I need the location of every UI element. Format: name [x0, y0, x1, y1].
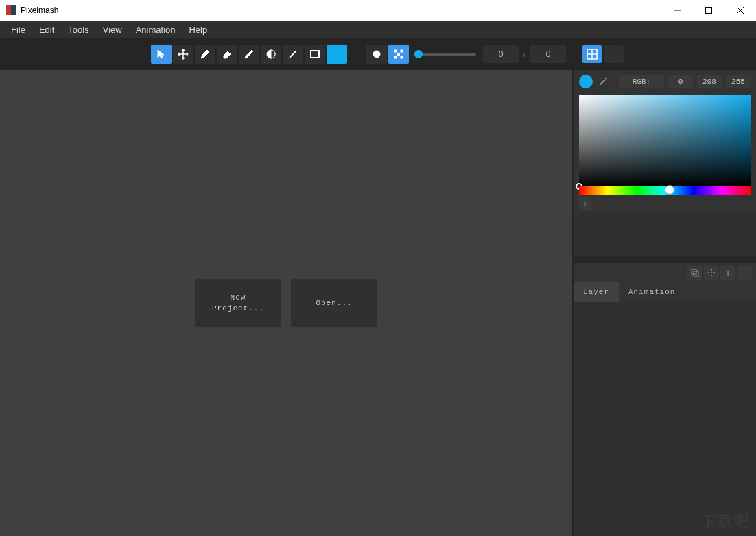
menu-file[interactable]: File: [4, 22, 32, 38]
add-swatch-button[interactable]: +: [579, 197, 591, 210]
tool-line[interactable]: [283, 45, 303, 64]
remove-layer-button[interactable]: −: [737, 266, 752, 280]
menubar: File Edit Tools View Animation Help: [0, 21, 756, 38]
svg-rect-10: [394, 50, 397, 52]
new-project-button[interactable]: New Project...: [195, 279, 281, 327]
tool-brush[interactable]: [195, 45, 215, 64]
height-input[interactable]: 0: [530, 45, 566, 63]
rgb-r-input[interactable]: 0: [668, 75, 693, 88]
layer-toolbar: + −: [574, 263, 756, 282]
swatch-row: +: [579, 197, 751, 210]
window-maximize-button[interactable]: [693, 0, 724, 21]
svg-rect-3: [706, 8, 712, 14]
app-title: Pixelmash: [21, 5, 58, 15]
add-layer-button[interactable]: +: [720, 266, 735, 280]
width-input[interactable]: 0: [483, 45, 519, 63]
svg-rect-11: [401, 50, 403, 52]
panel-tabs: Layer Animation: [574, 282, 756, 302]
svg-rect-8: [311, 51, 319, 58]
shape-circle[interactable]: [366, 45, 387, 64]
svg-rect-0: [6, 5, 11, 15]
dimension-separator: x: [523, 51, 526, 58]
current-color-indicator[interactable]: [579, 75, 593, 88]
window-close-button[interactable]: [724, 0, 756, 21]
tool-contrast[interactable]: [261, 45, 281, 64]
rgb-g-input[interactable]: 208: [697, 75, 722, 88]
eyedropper-icon[interactable]: [597, 75, 609, 88]
svg-point-9: [373, 51, 380, 58]
svg-line-7: [290, 51, 296, 58]
tool-select[interactable]: [151, 45, 172, 64]
toolbar: 0 x 0: [0, 38, 756, 70]
svg-rect-12: [398, 53, 400, 56]
menu-help[interactable]: Help: [182, 22, 214, 38]
rgb-mode-label[interactable]: RGB:: [619, 75, 664, 88]
titlebar: Pixelmash: [0, 0, 756, 21]
grid-options-button[interactable]: [604, 45, 624, 63]
canvas-area: New Project... Open...: [0, 70, 572, 536]
hue-slider[interactable]: [579, 186, 751, 195]
brush-size-slider[interactable]: [414, 53, 476, 56]
open-button[interactable]: Open...: [291, 279, 377, 327]
panel-divider[interactable]: [574, 256, 756, 263]
menu-tools[interactable]: Tools: [61, 22, 95, 38]
panel-spacer: [574, 212, 756, 256]
slider-thumb[interactable]: [414, 50, 423, 58]
tool-eraser[interactable]: [217, 45, 237, 64]
menu-edit[interactable]: Edit: [32, 22, 61, 38]
svg-rect-13: [394, 56, 397, 58]
shape-pixel[interactable]: [388, 45, 409, 64]
menu-animation[interactable]: Animation: [129, 22, 182, 38]
color-row: RGB: 0 208 255: [574, 70, 756, 89]
current-color-swatch[interactable]: [327, 45, 347, 64]
tab-animation[interactable]: Animation: [619, 282, 685, 302]
svg-point-24: [711, 275, 712, 276]
window-minimize-button[interactable]: [661, 0, 693, 21]
color-field[interactable]: [579, 95, 751, 186]
tab-layer[interactable]: Layer: [574, 282, 619, 302]
layer-list: [574, 302, 756, 536]
hue-thumb[interactable]: [665, 185, 674, 195]
merge-layer-button[interactable]: [704, 266, 719, 280]
duplicate-layer-button[interactable]: [687, 266, 702, 280]
svg-rect-1: [11, 5, 16, 15]
svg-point-20: [708, 272, 709, 273]
right-panel: RGB: 0 208 255 + + − Layer Anima: [572, 70, 756, 536]
tool-move[interactable]: [173, 45, 193, 64]
svg-point-23: [711, 269, 712, 271]
svg-point-22: [713, 272, 715, 273]
tool-rectangle[interactable]: [305, 45, 325, 64]
tool-pencil[interactable]: [239, 45, 259, 64]
app-icon: [5, 5, 16, 16]
svg-rect-14: [401, 56, 403, 58]
svg-point-21: [711, 272, 712, 273]
rgb-b-input[interactable]: 255: [726, 75, 751, 88]
menu-view[interactable]: View: [96, 22, 129, 38]
workspace: New Project... Open... RGB: 0 208 255 +: [0, 70, 756, 536]
grid-toggle-button[interactable]: [582, 45, 602, 63]
